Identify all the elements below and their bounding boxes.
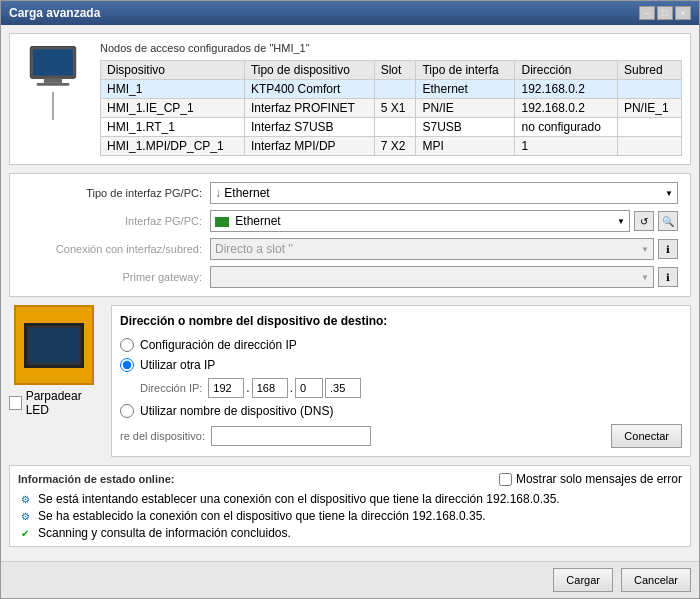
- refresh-button[interactable]: ↺: [634, 211, 654, 231]
- window-title: Carga avanzada: [9, 6, 100, 20]
- table-row[interactable]: HMI_1KTP400 ComfortEthernet192.168.0.2: [101, 80, 682, 99]
- maximize-button[interactable]: □: [657, 6, 673, 20]
- table-row[interactable]: HMI_1.IE_CP_1Interfaz PROFINET5 X1PN/IE1…: [101, 99, 682, 118]
- table-cell: HMI_1.IE_CP_1: [101, 99, 245, 118]
- pg-pc-interface-label: Interfaz PG/PC:: [22, 215, 202, 227]
- ip-field-2[interactable]: [252, 378, 288, 398]
- blink-led-label: Parpadear LED: [26, 389, 99, 417]
- connector-line: [52, 92, 54, 120]
- device-config-title: Dirección o nombre del dispositivo de de…: [120, 314, 682, 328]
- gateway-arrow: ▼: [641, 273, 649, 282]
- col-header-subnet: Subred: [617, 61, 681, 80]
- table-row[interactable]: HMI_1.MPI/DP_CP_1Interfaz MPI/DP7 X2MPI1: [101, 137, 682, 156]
- connection-label: Conexión con interfaz/subred:: [22, 243, 202, 255]
- pg-pc-type-label: Tipo de interfaz PG/PC:: [22, 187, 202, 199]
- connect-button[interactable]: Conectar: [611, 424, 682, 448]
- ip-field-1[interactable]: [208, 378, 244, 398]
- info-icon: ⚙: [18, 509, 32, 523]
- error-only-label: Mostrar solo mensajes de error: [516, 472, 682, 486]
- table-cell: Ethernet: [416, 80, 515, 99]
- gateway-label: Primer gateway:: [22, 271, 202, 283]
- ip-field-4[interactable]: [325, 378, 361, 398]
- title-bar: Carga avanzada − □ ×: [1, 1, 699, 25]
- radio-use-ip[interactable]: [120, 358, 134, 372]
- ip-fields: . .: [208, 378, 361, 398]
- pg-pc-type-value: ↓ Ethernet: [215, 186, 270, 200]
- search-button[interactable]: 🔍: [658, 211, 678, 231]
- table-row[interactable]: HMI_1.RT_1Interfaz S7USBS7USBno configur…: [101, 118, 682, 137]
- connection-arrow: ▼: [641, 245, 649, 254]
- bottom-bar: Cargar Cancelar: [1, 561, 699, 598]
- status-message-text: Se ha establecido la conexión con el dis…: [38, 509, 486, 523]
- main-window: Carga avanzada − □ × Nodos de acceso con…: [0, 0, 700, 599]
- table-cell: PN/IE: [416, 99, 515, 118]
- connection-select[interactable]: Directo a slot '' ▼: [210, 238, 654, 260]
- radio-dns-label: Utilizar nombre de dispositivo (DNS): [140, 404, 333, 418]
- col-header-type: Tipo de dispositivo: [244, 61, 374, 80]
- table-cell: 5 X1: [374, 99, 416, 118]
- device-section: Parpadear LED Dirección o nombre del dis…: [9, 305, 691, 457]
- status-title: Información de estado online:: [18, 473, 174, 485]
- status-header: Información de estado online: Mostrar so…: [18, 472, 682, 486]
- error-only-checkbox[interactable]: [499, 473, 512, 486]
- table-cell: Interfaz MPI/DP: [244, 137, 374, 156]
- radio-dns-row: Utilizar nombre de dispositivo (DNS): [120, 404, 682, 418]
- svg-rect-2: [44, 78, 62, 83]
- table-cell: [374, 80, 416, 99]
- radio-dns[interactable]: [120, 404, 134, 418]
- status-message: ⚙Se ha establecido la conexión con el di…: [18, 509, 682, 523]
- pg-pc-interface-control: Ethernet ▼ ↺ 🔍: [210, 210, 678, 232]
- svg-rect-3: [37, 83, 70, 86]
- hmi-screen-inner: [29, 328, 79, 363]
- hmi-device-icon: [14, 305, 94, 385]
- gateway-select[interactable]: ▼: [210, 266, 654, 288]
- table-cell: KTP400 Comfort: [244, 80, 374, 99]
- device-name-row: re del dispositivo: Conectar: [120, 424, 682, 448]
- pg-pc-type-arrow: ▼: [665, 189, 673, 198]
- error-only-row: Mostrar solo mensajes de error: [499, 472, 682, 486]
- ip-field-3[interactable]: [295, 378, 323, 398]
- device-name-field[interactable]: [211, 426, 371, 446]
- table-cell: [374, 118, 416, 137]
- status-message: ⚙Se está intentando establecer una conex…: [18, 492, 682, 506]
- col-header-interface: Tipo de interfa: [416, 61, 515, 80]
- radio-use-ip-row: Utilizar otra IP: [120, 358, 682, 372]
- table-cell: MPI: [416, 137, 515, 156]
- connection-row: Conexión con interfaz/subred: Directo a …: [22, 238, 678, 260]
- radio-ip-config[interactable]: [120, 338, 134, 352]
- table-cell: PN/IE_1: [617, 99, 681, 118]
- close-button[interactable]: ×: [675, 6, 691, 20]
- status-message-text: Se está intentando establecer una conexi…: [38, 492, 560, 506]
- pg-pc-interface-select[interactable]: Ethernet ▼: [210, 210, 630, 232]
- pg-pc-type-row: Tipo de interfaz PG/PC: ↓ Ethernet ▼: [22, 182, 678, 204]
- pg-pc-type-select[interactable]: ↓ Ethernet ▼: [210, 182, 678, 204]
- gateway-info-button[interactable]: ℹ: [658, 267, 678, 287]
- blink-led-checkbox[interactable]: [9, 396, 22, 410]
- table-cell: Interfaz S7USB: [244, 118, 374, 137]
- interface-settings-section: Tipo de interfaz PG/PC: ↓ Ethernet ▼ Int…: [9, 173, 691, 297]
- status-section: Información de estado online: Mostrar so…: [9, 465, 691, 547]
- pg-pc-interface-row: Interfaz PG/PC: Ethernet ▼ ↺ 🔍: [22, 210, 678, 232]
- cancel-button[interactable]: Cancelar: [621, 568, 691, 592]
- svg-rect-1: [33, 49, 73, 75]
- col-header-device: Dispositivo: [101, 61, 245, 80]
- connection-info-button[interactable]: ℹ: [658, 239, 678, 259]
- table-section: Nodos de acceso configurados de "HMI_1" …: [100, 42, 682, 156]
- top-section: Nodos de acceso configurados de "HMI_1" …: [9, 33, 691, 165]
- table-cell: 7 X2: [374, 137, 416, 156]
- load-button[interactable]: Cargar: [553, 568, 613, 592]
- table-cell: 1: [515, 137, 617, 156]
- table-cell: 192.168.0.2: [515, 99, 617, 118]
- table-title: Nodos de acceso configurados de "HMI_1": [100, 42, 682, 54]
- pg-pc-interface-value: Ethernet: [215, 214, 281, 228]
- minimize-button[interactable]: −: [639, 6, 655, 20]
- status-message-text: Scanning y consulta de información concl…: [38, 526, 291, 540]
- window-controls: − □ ×: [639, 6, 691, 20]
- status-message: ✔Scanning y consulta de información conc…: [18, 526, 682, 540]
- col-header-address: Dirección: [515, 61, 617, 80]
- table-cell: HMI_1.RT_1: [101, 118, 245, 137]
- info-icon: ⚙: [18, 492, 32, 506]
- pg-pc-type-control: ↓ Ethernet ▼: [210, 182, 678, 204]
- table-cell: HMI_1.MPI/DP_CP_1: [101, 137, 245, 156]
- computer-icon-area: [18, 42, 88, 156]
